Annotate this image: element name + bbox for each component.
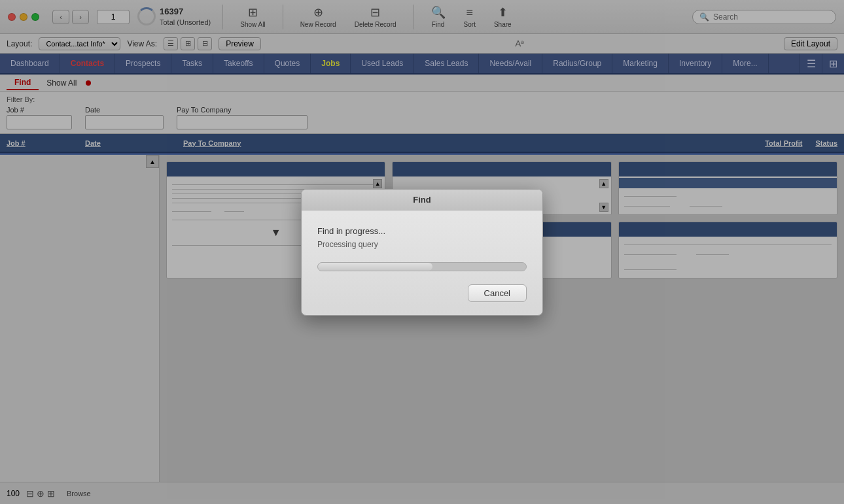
cancel-button[interactable]: Cancel <box>468 284 527 302</box>
modal-overlay: Find Find in progress... Processing quer… <box>0 0 844 504</box>
modal-title: Find <box>302 190 542 210</box>
progress-bar-background <box>317 262 527 271</box>
modal-buttons: Cancel <box>317 284 527 302</box>
modal-find-in-progress: Find in progress... <box>317 226 527 236</box>
progress-bar-fill <box>318 263 432 271</box>
modal-processing-query: Processing query <box>317 240 527 249</box>
find-modal: Find Find in progress... Processing quer… <box>301 189 543 316</box>
modal-body: Find in progress... Processing query Can… <box>302 210 542 315</box>
